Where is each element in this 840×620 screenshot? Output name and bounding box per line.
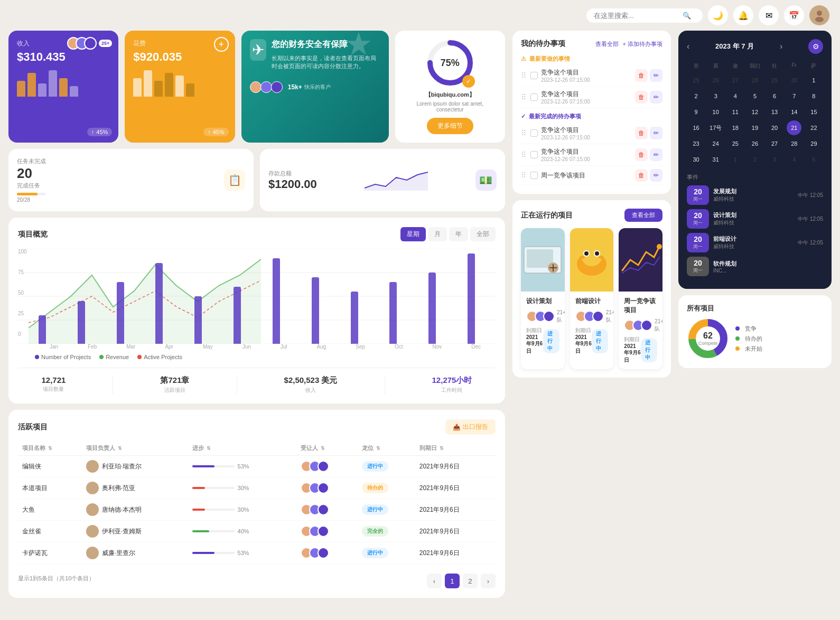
stat-lbl-projects: 项目数量 xyxy=(42,386,66,393)
add-expense-button[interactable]: + xyxy=(214,37,229,52)
add-todo-button[interactable]: + 添加待办事项 xyxy=(623,40,662,48)
team-avatars-3 xyxy=(624,320,652,331)
cal-next-button[interactable]: › xyxy=(780,42,782,51)
cal-day[interactable]: 17号 xyxy=(708,120,723,135)
project-assignee-cell xyxy=(296,521,358,542)
cal-day[interactable]: 8 xyxy=(806,89,821,104)
cal-day[interactable]: 4 xyxy=(728,89,743,104)
edit-todo-2-button[interactable]: ✏ xyxy=(650,91,662,104)
cal-day[interactable]: 1 xyxy=(728,152,743,167)
cal-day[interactable]: 30 xyxy=(689,152,704,167)
cal-day[interactable]: 15 xyxy=(806,105,821,119)
tab-month[interactable]: 月 xyxy=(428,227,447,241)
search-input[interactable] xyxy=(594,12,678,20)
cal-day[interactable]: 3 xyxy=(708,89,723,104)
edit-todo-5-button[interactable]: ✏ xyxy=(650,169,662,182)
col-name: 项目名称 ⇅ xyxy=(18,441,82,456)
cal-day[interactable]: 19 xyxy=(748,120,762,135)
page-2-button[interactable]: 2 xyxy=(463,574,478,588)
cal-settings-button[interactable]: ⚙ xyxy=(808,39,823,54)
cal-day[interactable]: 18 xyxy=(728,120,743,135)
cal-day[interactable]: 20 xyxy=(767,120,782,135)
cal-day[interactable]: 30 xyxy=(787,73,801,88)
cal-day[interactable]: 31 xyxy=(708,152,723,167)
view-all-running-button[interactable]: 查看全部 xyxy=(624,209,662,222)
running-card-3-due-label: 到期日 xyxy=(624,336,641,343)
cal-day[interactable]: 10 xyxy=(708,105,723,119)
cal-day[interactable]: 25 xyxy=(728,136,743,151)
export-button[interactable]: 📤 出口报告 xyxy=(445,419,496,435)
delete-todo-1-button[interactable]: 🗑 xyxy=(635,69,648,82)
moon-icon[interactable]: 🌙 xyxy=(708,5,728,25)
tab-all[interactable]: 全部 xyxy=(470,227,496,241)
todo-item-more-1: ⠿ 周一竞争该项目 🗑 ✏ xyxy=(521,166,662,185)
cal-day[interactable]: 27 xyxy=(728,73,743,88)
cal-day[interactable]: 29 xyxy=(806,136,821,151)
todo-checkbox-5[interactable] xyxy=(530,172,538,179)
active-projects-title: 活跃项目 xyxy=(18,422,48,432)
cal-day[interactable]: 29 xyxy=(767,73,782,88)
delete-todo-3-button[interactable]: 🗑 xyxy=(635,127,648,139)
delete-todo-4-button[interactable]: 🗑 xyxy=(635,148,648,161)
todo-text-2: 竞争这个项目 xyxy=(541,90,632,99)
cal-day[interactable]: 28 xyxy=(748,73,762,88)
cal-day[interactable]: 27 xyxy=(767,136,782,151)
cal-day[interactable]: 26 xyxy=(708,73,723,88)
cal-day[interactable]: 1 xyxy=(806,73,821,88)
cal-day[interactable]: 6 xyxy=(767,89,782,104)
view-all-todo-link[interactable]: 查看全部 xyxy=(595,40,619,48)
cal-day[interactable]: 9 xyxy=(689,105,704,119)
running-card-2-due-label: 到期日 xyxy=(575,327,592,334)
stat-val-active: 第721章 xyxy=(160,375,189,386)
tab-year[interactable]: 年 xyxy=(449,227,468,241)
delete-todo-2-button[interactable]: 🗑 xyxy=(635,91,648,104)
running-card-1-title: 设计策划 xyxy=(526,297,559,306)
running-card-1-due-label: 到期日 xyxy=(526,327,543,334)
revenue-card: 收入 $310.435 25+ ↑ xyxy=(8,31,118,143)
more-details-button[interactable]: 更多细节 xyxy=(427,118,473,134)
cal-day[interactable]: 13 xyxy=(767,105,782,119)
cal-day[interactable]: 3 xyxy=(767,152,782,167)
calendar-icon[interactable]: 📅 xyxy=(784,5,804,25)
todo-checkbox-1[interactable] xyxy=(530,72,538,79)
user-avatar[interactable] xyxy=(809,5,829,25)
cal-day[interactable]: 16 xyxy=(689,120,704,135)
legend-notstarted: 未开始 xyxy=(735,345,762,353)
cal-day[interactable]: 5 xyxy=(806,152,821,167)
cal-day[interactable]: 25 xyxy=(689,73,704,88)
prev-page-button[interactable]: ‹ xyxy=(427,574,442,588)
cal-day[interactable]: 12 xyxy=(748,105,762,119)
tab-week[interactable]: 星期 xyxy=(400,227,426,241)
cal-day[interactable]: 11 xyxy=(728,105,743,119)
cal-day[interactable]: 22 xyxy=(806,120,821,135)
cal-day[interactable]: 2 xyxy=(689,89,704,104)
edit-todo-3-button[interactable]: ✏ xyxy=(650,127,662,139)
cal-day[interactable]: 24 xyxy=(708,136,723,151)
cal-day[interactable]: 28 xyxy=(787,136,801,151)
topbar: 🔍 🌙 🔔 ✉ 📅 xyxy=(0,0,840,31)
delete-todo-5-button[interactable]: 🗑 xyxy=(635,169,648,182)
cal-day[interactable]: 26 xyxy=(748,136,762,151)
edit-todo-1-button[interactable]: ✏ xyxy=(650,69,662,82)
cal-day[interactable]: 14 xyxy=(787,105,801,119)
cal-day[interactable]: 23 xyxy=(689,136,704,151)
edit-todo-4-button[interactable]: ✏ xyxy=(650,148,662,161)
search-box[interactable]: 🔍 xyxy=(586,8,703,23)
project-progress-cell: 30% xyxy=(188,499,296,521)
cal-day[interactable]: 4 xyxy=(787,152,801,167)
bell-icon[interactable]: 🔔 xyxy=(733,5,753,25)
todo-checkbox-4[interactable] xyxy=(530,151,538,158)
stat-val-revenue: $2,50,523 美元 xyxy=(284,375,338,386)
project-name-cell: 本道项目 xyxy=(18,477,82,499)
cal-prev-button[interactable]: ‹ xyxy=(687,42,689,51)
cal-day[interactable]: 7 xyxy=(787,89,801,104)
todo-checkbox-2[interactable] xyxy=(530,93,538,101)
next-page-button[interactable]: › xyxy=(481,574,496,588)
todo-checkbox-3[interactable] xyxy=(530,129,538,137)
running-card-1-due-date: 2021年9月6日 xyxy=(526,334,543,355)
cal-day[interactable]: 5 xyxy=(748,89,762,104)
cal-day-today[interactable]: 21 xyxy=(787,120,801,135)
mail-icon[interactable]: ✉ xyxy=(759,5,779,25)
cal-day[interactable]: 2 xyxy=(748,152,762,167)
page-1-button[interactable]: 1 xyxy=(445,574,460,588)
